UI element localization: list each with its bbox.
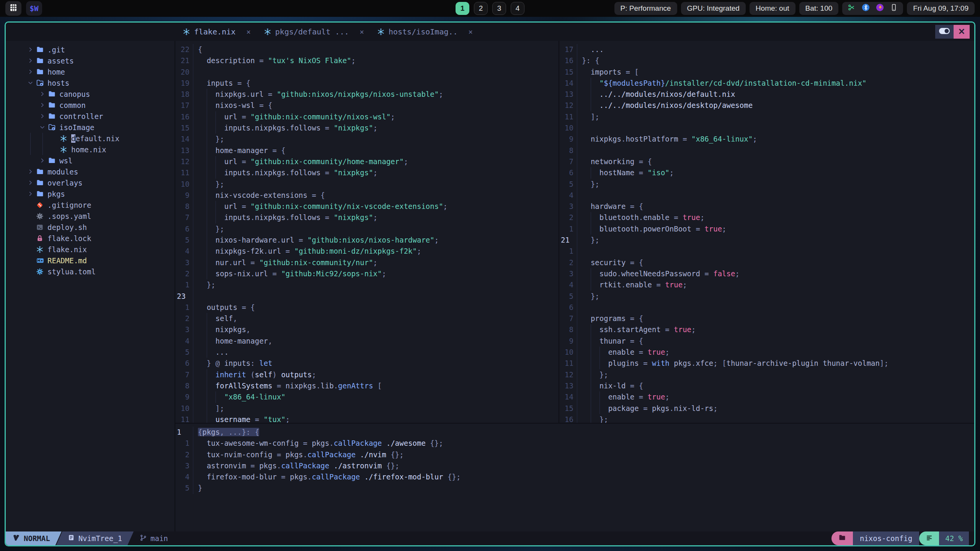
code-line[interactable]: 14 }; (175, 134, 559, 145)
chevron-right-icon[interactable] (28, 69, 36, 75)
tree-item-home-nix[interactable]: home.nix (6, 144, 175, 155)
git-branch-indicator[interactable]: main (134, 531, 168, 545)
code-line[interactable]: 10 ]; (175, 403, 559, 414)
code-line[interactable]: 1{pkgs, ...}: { (175, 427, 974, 438)
buffer-tab-2[interactable]: hosts/isoImag..× (377, 27, 473, 36)
code-line[interactable]: 9 thunar = { (559, 336, 974, 347)
code-line[interactable]: 10 enable = true; (559, 347, 974, 358)
code-line[interactable]: 2 bluetooth.enable = true; (559, 212, 974, 223)
chevron-right-icon[interactable] (28, 47, 36, 52)
tree-item-flake-lock[interactable]: flake.lock (6, 233, 175, 244)
tree-item-stylua-toml[interactable]: stylua.toml (6, 266, 175, 277)
code-line[interactable]: 3 sudo.wheelNeedsPassword = false; (559, 268, 974, 279)
code-line[interactable]: 3 nixpkgs, (175, 324, 559, 335)
code-line[interactable]: 3 hardware = { (559, 201, 974, 212)
code-line[interactable]: 7 inherit (self) outputs; (175, 369, 559, 380)
code-line[interactable]: 6 hostName = "iso"; (559, 167, 974, 178)
code-line[interactable]: 17 nixos-wsl = { (175, 100, 559, 111)
code-line[interactable]: 17 ... (559, 44, 974, 55)
chevron-right-icon[interactable] (39, 113, 48, 119)
code-line[interactable]: 4 nixpkgs-f2k.url = "github:moni-dz/nixp… (175, 246, 559, 257)
chevron-down-icon[interactable] (28, 80, 36, 86)
tree-item-canopus[interactable]: canopus (6, 88, 175, 99)
code-line[interactable]: 9 nix-vscode-extensions = { (175, 190, 559, 201)
code-line[interactable]: 13 home-manager = { (175, 145, 559, 156)
code-line[interactable]: 23 (175, 291, 559, 302)
code-line[interactable]: 1 (559, 246, 974, 257)
code-line[interactable]: 1 bluetooth.powerOnBoot = true; (559, 223, 974, 235)
code-line[interactable]: 5 }; (559, 291, 974, 302)
window-toggle-button[interactable] (935, 25, 954, 39)
code-line[interactable]: 1 }; (175, 279, 559, 290)
status-pill-0[interactable]: P: Performance (614, 2, 677, 15)
code-line[interactable]: 9 "x86_64-linux" (175, 391, 559, 403)
code-line[interactable]: 5 nixos-hardware.url = "github:nixos/nix… (175, 235, 559, 246)
tree-item--git[interactable]: .git (6, 44, 175, 55)
chevron-right-icon[interactable] (28, 169, 36, 174)
wm-logo-button[interactable]: $W (26, 1, 42, 16)
tree-item-home[interactable]: home (6, 66, 175, 77)
tree-item-README-md[interactable]: README.md (6, 255, 175, 266)
chevron-right-icon[interactable] (39, 158, 48, 163)
code-line[interactable]: 11 plugins = with pkgs.xfce; [thunar-arc… (559, 358, 974, 369)
code-line[interactable]: 11 ]; (559, 111, 974, 122)
tree-item-deploy-sh[interactable]: deploy.sh (6, 222, 175, 233)
code-line[interactable]: 8 ssh.startAgent = true; (559, 324, 974, 335)
code-line[interactable]: 4 (559, 190, 974, 201)
code-line[interactable]: 11 username = "tux"; (175, 414, 559, 423)
code-line[interactable]: 10 }; (175, 179, 559, 190)
code-line[interactable]: 4 firefox-mod-blur = pkgs.callPackage ./… (175, 471, 974, 483)
code-line[interactable]: 8 (559, 145, 974, 156)
code-line[interactable]: 10 (559, 122, 974, 134)
workspace-button-4[interactable]: 4 (511, 2, 524, 15)
code-line[interactable]: 20 (175, 67, 559, 78)
tab-close-icon[interactable]: × (469, 28, 473, 36)
code-line[interactable]: 21 description = "tux's NixOS Flake"; (175, 55, 559, 66)
code-line[interactable]: 12 }; (559, 369, 974, 380)
tree-item-flake-nix[interactable]: flake.nix (6, 244, 175, 255)
code-line[interactable]: 6 }; (175, 223, 559, 235)
code-line[interactable]: 21 }; (559, 235, 974, 246)
code-line[interactable]: 2 sops-nix.url = "github:Mic92/sops-nix"… (175, 268, 559, 279)
code-line[interactable]: 5 ... (175, 347, 559, 358)
tree-item-hosts[interactable]: hosts (6, 77, 175, 88)
code-line[interactable]: 16 }; (559, 414, 974, 423)
launcher-button[interactable] (5, 1, 21, 16)
code-line[interactable]: 13 ../../modules/nixos/default.nix (559, 89, 974, 100)
code-line[interactable]: 16}: { (559, 55, 974, 66)
chevron-down-icon[interactable] (39, 124, 48, 130)
tree-item-default-nix[interactable]: default.nix (6, 133, 175, 144)
code-line[interactable]: 14 enable = true; (559, 391, 974, 403)
chevron-right-icon[interactable] (39, 102, 48, 108)
code-line[interactable]: 5} (175, 483, 974, 494)
code-line[interactable]: 14 "${modulesPath}/installer/cd-dvd/inst… (559, 78, 974, 89)
window-close-button[interactable]: ✕ (954, 25, 970, 39)
code-line[interactable]: 15 imports = [ (559, 67, 974, 78)
code-line[interactable]: 12 ../../modules/nixos/desktop/awesome (559, 100, 974, 111)
code-line[interactable]: 7 networking = { (559, 156, 974, 167)
tree-item-common[interactable]: common (6, 99, 175, 111)
code-line[interactable]: 2 tux-nvim-config = pkgs.callPackage ./n… (175, 449, 974, 460)
code-line[interactable]: 3 astronvim = pkgs.callPackage ./astronv… (175, 460, 974, 471)
chevron-right-icon[interactable] (28, 180, 36, 186)
code-line[interactable]: 16 url = "github:nix-community/nixos-wsl… (175, 111, 559, 122)
code-line[interactable]: 22{ (175, 44, 559, 55)
code-line[interactable]: 4 rtkit.enable = true; (559, 279, 974, 290)
tree-item-modules[interactable]: modules (6, 166, 175, 177)
chevron-right-icon[interactable] (39, 91, 48, 97)
chevron-right-icon[interactable] (28, 191, 36, 197)
code-line[interactable]: 5 }; (559, 179, 974, 190)
code-line[interactable]: 6 (559, 302, 974, 313)
code-line[interactable]: 2 security = { (559, 257, 974, 268)
code-line[interactable]: 12 url = "github:nix-community/home-mana… (175, 156, 559, 167)
code-line[interactable]: 3 nur.url = "github:nix-community/nur"; (175, 257, 559, 268)
code-line[interactable]: 11 inputs.nixpkgs.follows = "nixpkgs"; (175, 167, 559, 178)
system-tray[interactable] (842, 2, 903, 15)
workspace-button-3[interactable]: 3 (492, 2, 506, 15)
code-line[interactable]: 15 inputs.nixpkgs.follows = "nixpkgs"; (175, 122, 559, 134)
tree-item-wsl[interactable]: wsl (6, 155, 175, 166)
workspace-button-1[interactable]: 1 (456, 2, 469, 15)
code-line[interactable]: 7 programs = { (559, 313, 974, 324)
code-line[interactable]: 7 inputs.nixpkgs.follows = "nixpkgs"; (175, 212, 559, 223)
status-pill-2[interactable]: Home: out (750, 2, 795, 15)
